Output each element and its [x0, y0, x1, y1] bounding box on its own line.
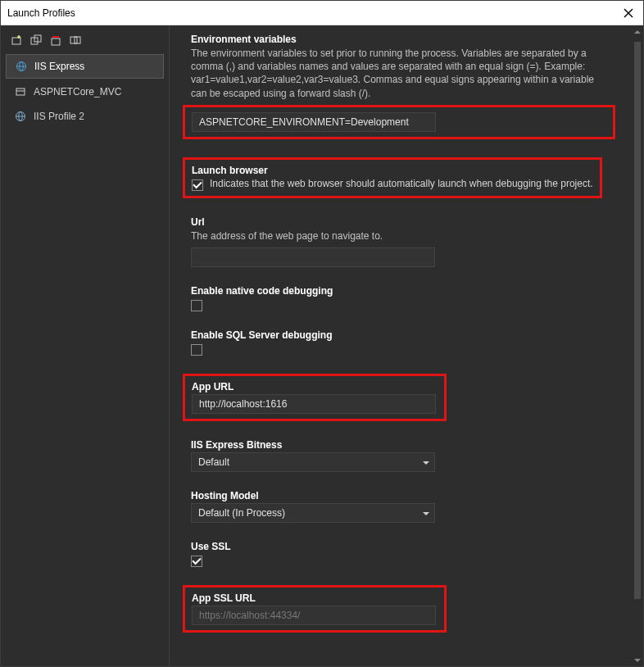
svg-rect-6 — [70, 37, 77, 43]
app-url-heading: App URL — [192, 381, 438, 392]
launch-browser-label: Indicates that the web browser should au… — [210, 178, 593, 189]
app-url-highlight: App URL — [183, 374, 447, 421]
server-icon — [15, 60, 28, 73]
section-launch-browser: Launch browser Indicates that the web br… — [191, 157, 607, 198]
sql-debug-heading: Enable SQL Server debugging — [191, 329, 607, 341]
section-app-ssl-url: App SSL URL — [191, 585, 607, 633]
svg-rect-2 — [12, 38, 20, 44]
env-vars-heading: Environment variables — [191, 34, 607, 45]
use-ssl-checkbox-row — [191, 554, 607, 567]
vertical-scrollbar[interactable] — [632, 25, 643, 666]
section-hosting-model: Hosting Model Default (In Process) — [191, 490, 607, 523]
rename-icon — [70, 34, 81, 46]
native-debug-checkbox-row — [191, 298, 607, 311]
launch-browser-checkbox-row: Indicates that the web browser should au… — [192, 178, 593, 191]
section-env-vars: Environment variables The environment va… — [191, 34, 607, 139]
iis-bitness-dropdown[interactable]: Default — [191, 452, 435, 472]
hosting-model-dropdown[interactable]: Default (In Process) — [191, 503, 435, 523]
svg-rect-11 — [16, 88, 25, 95]
section-app-url: App URL — [191, 374, 607, 421]
section-iis-bitness: IIS Express Bitness Default — [191, 439, 607, 472]
iis-bitness-heading: IIS Express Bitness — [191, 439, 607, 451]
use-ssl-heading: Use SSL — [191, 541, 607, 552]
iis-bitness-value: Default — [198, 456, 229, 468]
env-vars-input[interactable] — [192, 112, 436, 132]
env-vars-description: The environment variables to set prior t… — [191, 47, 607, 100]
sql-debug-checkbox-row — [191, 343, 607, 356]
launch-browser-heading: Launch browser — [192, 165, 593, 176]
duplicate-icon — [30, 34, 42, 46]
url-input[interactable] — [191, 247, 435, 267]
hosting-model-heading: Hosting Model — [191, 490, 607, 501]
delete-profile-button[interactable] — [47, 32, 65, 48]
profile-item-aspnetcore-mvc[interactable]: ASPNETCore_MVC — [6, 80, 164, 103]
close-icon — [624, 8, 633, 18]
chevron-down-icon — [423, 456, 429, 468]
settings-panel: Environment variables The environment va… — [170, 25, 632, 666]
launch-browser-checkbox[interactable] — [192, 179, 203, 191]
sql-debug-checkbox[interactable] — [191, 344, 202, 356]
delete-icon — [50, 34, 61, 46]
duplicate-profile-button[interactable] — [27, 32, 45, 48]
dialog-body: IIS Express ASPNETCore_MVC IIS Profile 2… — [1, 25, 643, 666]
profile-item-iis-profile-2[interactable]: IIS Profile 2 — [6, 105, 164, 128]
new-profile-icon — [11, 34, 22, 46]
close-button[interactable] — [620, 5, 637, 21]
caret-up-icon — [634, 29, 641, 34]
launch-profiles-dialog: Launch Profiles — [0, 0, 644, 667]
native-debug-heading: Enable native code debugging — [191, 285, 607, 297]
new-profile-button[interactable] — [7, 32, 25, 48]
profile-item-iis-express[interactable]: IIS Express — [6, 54, 164, 79]
profile-label: IIS Express — [34, 61, 84, 72]
dialog-title: Launch Profiles — [7, 7, 620, 19]
project-icon — [14, 85, 27, 98]
url-heading: Url — [191, 216, 607, 228]
chevron-down-icon — [423, 507, 429, 519]
native-debug-checkbox[interactable] — [191, 300, 202, 311]
sidebar-toolbar — [1, 29, 169, 53]
url-description: The address of the web page to navigate … — [191, 229, 607, 243]
scrollbar-thumb[interactable] — [634, 42, 641, 599]
scroll-down-arrow[interactable] — [632, 655, 643, 666]
use-ssl-checkbox[interactable] — [191, 556, 202, 567]
app-ssl-url-input[interactable] — [192, 606, 436, 625]
app-ssl-url-highlight: App SSL URL — [183, 585, 447, 633]
launch-browser-highlight: Launch browser Indicates that the web br… — [183, 157, 602, 198]
server-icon — [14, 110, 27, 123]
rename-profile-button[interactable] — [66, 32, 84, 48]
section-use-ssl: Use SSL — [191, 541, 607, 567]
hosting-model-value: Default (In Process) — [198, 507, 285, 519]
profile-label: IIS Profile 2 — [34, 111, 84, 122]
svg-rect-5 — [52, 39, 60, 45]
sidebar: IIS Express ASPNETCore_MVC IIS Profile 2 — [1, 25, 170, 666]
scroll-up-arrow[interactable] — [632, 25, 643, 37]
section-sql-debug: Enable SQL Server debugging — [191, 329, 607, 356]
env-vars-highlight — [183, 105, 615, 139]
profile-label: ASPNETCore_MVC — [34, 86, 121, 98]
section-url: Url The address of the web page to navig… — [191, 216, 607, 267]
app-url-input[interactable] — [192, 394, 436, 414]
app-ssl-url-heading: App SSL URL — [192, 592, 438, 604]
content-wrapper: Environment variables The environment va… — [170, 25, 643, 666]
titlebar: Launch Profiles — [1, 1, 643, 25]
section-native-debug: Enable native code debugging — [191, 285, 607, 311]
caret-down-icon — [634, 659, 641, 663]
